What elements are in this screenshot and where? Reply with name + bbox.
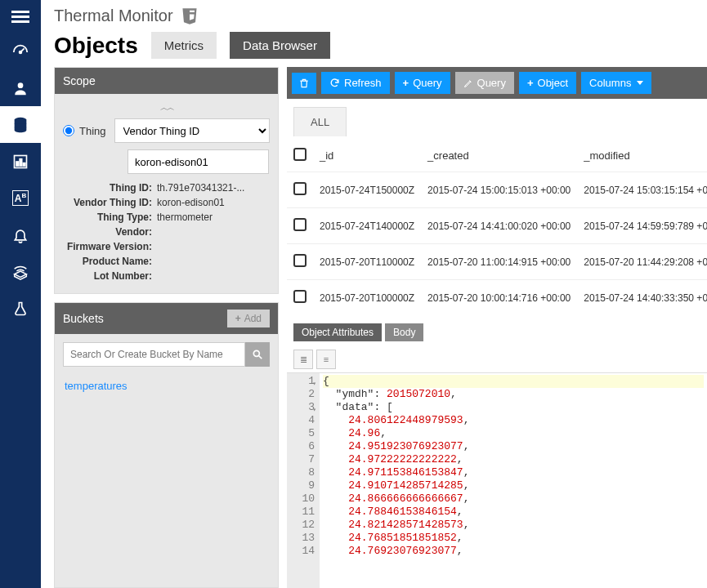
add-object-label: Object	[538, 77, 569, 89]
bell-icon	[12, 227, 29, 243]
kv-label: Vendor:	[63, 226, 157, 238]
format-compact-button[interactable]: ≡	[316, 350, 336, 369]
thing-radio-label: Thing	[79, 125, 106, 137]
cell-id: 2015-07-20T110000Z	[313, 244, 421, 280]
thing-radio[interactable]: Thing	[63, 125, 106, 137]
refresh-label: Refresh	[344, 77, 382, 89]
filter-tab-all[interactable]: ALL	[293, 107, 347, 136]
kv-label: Thing ID:	[63, 182, 157, 194]
delete-button[interactable]	[292, 73, 316, 94]
tab-metrics[interactable]: Metrics	[151, 32, 217, 59]
svg-rect-6	[20, 158, 22, 165]
plus-icon: +	[527, 77, 534, 89]
kv-value: koron-edison01	[157, 197, 225, 208]
row-checkbox[interactable]	[293, 290, 307, 303]
pencil-icon	[463, 78, 473, 88]
add-object-button[interactable]: + Object	[519, 72, 576, 94]
tab-data-browser[interactable]: Data Browser	[230, 32, 330, 59]
page-header: Objects Metrics Data Browser	[41, 29, 707, 67]
nav-notifications[interactable]	[0, 216, 41, 253]
svg-point-8	[253, 350, 259, 356]
cell-id: 2015-07-24T150000Z	[313, 172, 421, 208]
bucket-item-temperatures[interactable]: temperatures	[55, 375, 278, 397]
refresh-button[interactable]: Refresh	[321, 72, 390, 94]
thing-id-input[interactable]	[128, 149, 269, 174]
buckets-panel-title: Buckets	[63, 312, 104, 325]
svg-line-1	[20, 48, 25, 52]
kv-label: Thing Type:	[63, 212, 157, 223]
buckets-panel: Buckets + Add temperatur	[54, 302, 279, 588]
kv-value: thermometer	[157, 212, 213, 223]
html5-icon	[181, 7, 198, 25]
select-all-checkbox[interactable]	[293, 148, 307, 161]
cell-id: 2015-07-20T100000Z	[313, 280, 421, 316]
add-bucket-label: Add	[244, 313, 262, 324]
svg-line-9	[259, 356, 262, 359]
dashboard-icon	[11, 42, 29, 60]
search-icon	[252, 349, 263, 360]
database-icon	[11, 116, 29, 134]
table-row[interactable]: 2015-07-20T110000Z2015-07-20 11:00:14:91…	[287, 244, 707, 280]
row-checkbox[interactable]	[293, 182, 307, 195]
flask-icon	[12, 301, 29, 317]
thing-radio-input[interactable]	[63, 125, 74, 136]
cell-created: 2015-07-24 15:00:15:013 +00:00	[421, 172, 577, 208]
data-toolbar: Refresh + Query Query + Object	[287, 67, 707, 99]
kv-label: Firmware Version:	[63, 241, 157, 252]
nav-ab[interactable]: AB	[0, 180, 41, 216]
kv-label: Product Name:	[63, 256, 157, 267]
menu-button[interactable]	[0, 0, 41, 33]
cell-modified: 2015-07-20 11:44:29:208 +00:00	[577, 244, 707, 280]
objects-table: _id _created _modified 2015-07-24T150000…	[287, 136, 707, 315]
nav-data[interactable]	[0, 106, 41, 143]
table-row[interactable]: 2015-07-20T100000Z2015-07-20 10:00:14:71…	[287, 280, 707, 316]
nav-lab[interactable]	[0, 290, 41, 327]
cell-modified: 2015-07-24 14:59:59:789 +00:00	[577, 208, 707, 244]
columns-dropdown[interactable]: Columns	[581, 72, 651, 94]
trash-icon	[298, 78, 310, 89]
svg-rect-7	[23, 163, 25, 165]
nav-dashboard[interactable]	[0, 33, 41, 69]
tab-object-attributes[interactable]: Object Attributes	[293, 323, 382, 341]
collapse-toggle[interactable]: ︿︿	[63, 102, 270, 114]
add-bucket-button[interactable]: + Add	[227, 310, 270, 327]
edit-query-label: Query	[477, 77, 506, 89]
scope-panel-title: Scope	[55, 68, 278, 94]
edit-query-button[interactable]: Query	[455, 72, 514, 94]
compact-icon: ≡	[324, 354, 329, 364]
tab-body[interactable]: Body	[385, 323, 423, 341]
bucket-search-input[interactable]	[63, 342, 245, 367]
table-row[interactable]: 2015-07-24T150000Z2015-07-24 15:00:15:01…	[287, 172, 707, 208]
add-query-label: Query	[413, 77, 441, 89]
user-icon	[12, 80, 29, 96]
editor-body[interactable]: { "ymdh": 2015072010, "data": [ 24.80612…	[320, 373, 707, 588]
col-id[interactable]: _id	[313, 136, 421, 172]
kv-label: Vendor Thing ID:	[63, 197, 157, 208]
editor-gutter: 1▾23▾4567891011121314	[287, 373, 320, 588]
bucket-search-button[interactable]	[245, 342, 270, 367]
add-query-button[interactable]: + Query	[395, 72, 450, 94]
app-title: Thermal Monitor	[54, 7, 173, 25]
row-checkbox[interactable]	[293, 254, 307, 267]
columns-label: Columns	[589, 77, 631, 89]
col-modified[interactable]: _modified	[577, 136, 707, 172]
format-indent-button[interactable]: ≣	[293, 350, 313, 369]
page-title: Objects	[54, 33, 138, 59]
nav-things[interactable]	[0, 253, 41, 290]
vendor-thing-select[interactable]: Vendor Thing ID	[114, 118, 270, 143]
table-row[interactable]: 2015-07-24T140000Z2015-07-24 14:41:00:02…	[287, 208, 707, 244]
chart-icon	[12, 154, 29, 170]
kv-label: Lot Number:	[63, 270, 157, 282]
nav-analytics[interactable]	[0, 143, 41, 180]
row-checkbox[interactable]	[293, 218, 307, 231]
json-editor[interactable]: 1▾23▾4567891011121314 { "ymdh": 20150720…	[287, 372, 707, 588]
wifi-box-icon	[11, 263, 29, 281]
cell-modified: 2015-07-24 15:03:15:154 +00:00	[577, 172, 707, 208]
cell-created: 2015-07-20 11:00:14:915 +00:00	[421, 244, 577, 280]
refresh-icon	[329, 78, 340, 88]
col-created[interactable]: _created	[421, 136, 577, 172]
kv-value: th.791e70341321-...	[157, 182, 244, 194]
nav-users[interactable]	[0, 69, 41, 106]
cell-id: 2015-07-24T140000Z	[313, 208, 421, 244]
cell-created: 2015-07-24 14:41:00:020 +00:00	[421, 208, 577, 244]
